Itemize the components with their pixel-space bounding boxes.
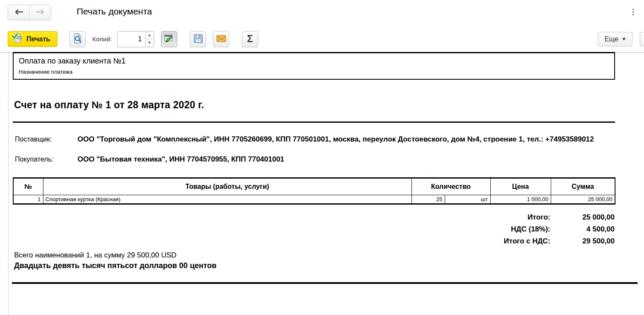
cell-price: 1 000,00 (490, 195, 551, 204)
buyer-value: ООО "Бытовая техника", ИНН 7704570955, К… (78, 154, 284, 165)
toolbar: Печать Копий: (0, 26, 644, 52)
title-divider (13, 121, 615, 123)
chevron-down-icon (622, 38, 626, 40)
forward-arrow-icon (36, 9, 45, 16)
cell-qty: 25 (411, 195, 445, 204)
items-summary-line: Всего наименований 1, на сумму 29 500,00… (14, 251, 615, 260)
supplier-label: Поставщик: (15, 136, 78, 143)
total-label: Итого: (527, 211, 550, 223)
totals-block: Итого: 25 000,00 НДС (18%): 4 500,00 Ито… (13, 211, 615, 247)
total-label: Итого с НДС: (504, 235, 550, 247)
more-button[interactable]: Еще (598, 32, 632, 46)
invoice-title: Счет на оплату № 1 от 28 марта 2020 г. (14, 99, 615, 111)
copies-input[interactable] (118, 32, 145, 47)
payment-purpose-value: Оплата по заказу клиента №1 (19, 57, 609, 66)
copies-spinner (145, 32, 154, 47)
sum-button[interactable]: Σ (242, 31, 258, 47)
col-header-sum: Сумма (551, 178, 615, 195)
buyer-row: Покупатель: ООО "Бытовая техника", ИНН 7… (15, 154, 615, 165)
down-arrow-icon (148, 42, 151, 44)
total-value: 29 500,00 (550, 235, 615, 247)
copies-decrement-button[interactable] (145, 39, 154, 47)
amount-in-words: Двадцать девять тысяч пятьсот долларов 0… (14, 261, 615, 270)
print-button[interactable]: Печать (8, 31, 58, 47)
supplier-value: ООО "Торговый дом "Комплексный", ИНН 770… (78, 134, 594, 145)
total-value: 4 500,00 (550, 223, 615, 235)
cell-num: 1 (13, 195, 43, 204)
sigma-icon: Σ (247, 34, 253, 44)
document-area-left-border (8, 53, 9, 315)
save-floppy-icon (193, 33, 204, 45)
payment-purpose-caption: Назначение платежа (19, 69, 609, 75)
edit-table-button[interactable] (161, 31, 177, 47)
back-button[interactable] (8, 5, 29, 20)
total-row-subtotal: Итого: 25 000,00 (13, 211, 615, 223)
kebab-menu-icon[interactable] (629, 7, 637, 17)
copies-stepper (117, 31, 154, 47)
goods-table: № Товары (работы, услуги) Количество Цен… (13, 177, 615, 205)
cell-unit: шт (445, 195, 490, 204)
goods-header-row: № Товары (работы, услуги) Количество Цен… (13, 178, 615, 195)
total-row-grand: Итого с НДС: 29 500,00 (13, 235, 615, 247)
payment-purpose-box: Оплата по заказу клиента №1 Назначение п… (13, 52, 615, 80)
col-header-goods: Товары (работы, услуги) (43, 178, 411, 195)
forward-button[interactable] (29, 5, 51, 20)
col-header-qty: Количество (411, 178, 490, 195)
print-document-window: Печать документа Печать (0, 0, 644, 52)
total-label: НДС (18%): (511, 223, 550, 235)
envelope-icon (216, 33, 227, 45)
send-email-button[interactable] (213, 31, 229, 47)
copies-label: Копий: (92, 35, 112, 43)
more-button-label: Еще (604, 35, 618, 43)
print-button-label: Печать (26, 35, 50, 43)
col-header-price: Цена (490, 178, 551, 195)
preview-magnifier-icon (72, 33, 83, 45)
nav-history-group (8, 5, 51, 20)
col-header-num: № (13, 178, 43, 195)
table-pencil-icon (164, 33, 175, 45)
preview-button[interactable] (69, 31, 86, 47)
page-title: Печать документа (77, 6, 152, 17)
total-value: 25 000,00 (550, 211, 615, 223)
document-preview-area[interactable]: Оплата по заказу клиента №1 Назначение п… (13, 52, 615, 284)
total-row-vat: НДС (18%): 4 500,00 (13, 223, 615, 235)
buyer-label: Покупатель: (15, 156, 78, 163)
bottom-divider (12, 282, 638, 284)
back-arrow-icon (14, 9, 23, 16)
clipped-edge-button[interactable] (640, 32, 644, 46)
cell-sum: 25 000,00 (551, 195, 615, 204)
titlebar: Печать документа (0, 0, 644, 26)
printer-check-icon (12, 33, 23, 46)
save-button[interactable] (190, 31, 206, 47)
goods-table-row: 1 Спортивная куртка (Красная) 25 шт 1 00… (13, 195, 615, 204)
copies-increment-button[interactable] (145, 32, 154, 40)
up-arrow-icon (148, 34, 151, 36)
supplier-row: Поставщик: ООО "Торговый дом "Комплексны… (15, 134, 615, 145)
cell-name: Спортивная куртка (Красная) (43, 195, 411, 204)
